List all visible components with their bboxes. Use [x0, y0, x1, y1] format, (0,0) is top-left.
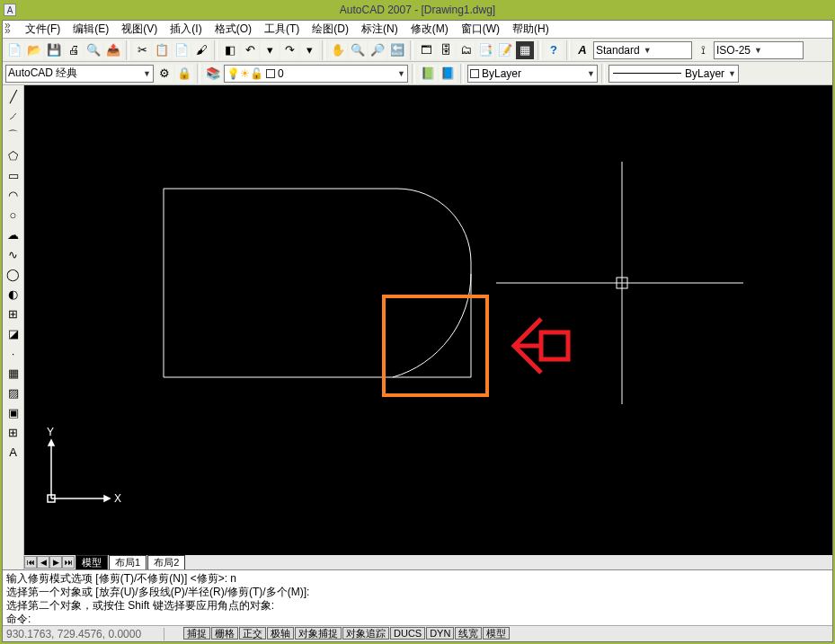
calc-icon[interactable]: ▦	[516, 41, 534, 59]
textstyle-icon[interactable]: A	[573, 41, 591, 59]
status-toggle-8[interactable]: 线宽	[455, 627, 482, 640]
insert-icon[interactable]: ⊞	[4, 304, 22, 322]
status-toggle-5[interactable]: 对象追踪	[342, 627, 389, 640]
dc-icon[interactable]: 🗄	[437, 41, 455, 59]
linetype-dropdown[interactable]: ByLayer ▼	[467, 65, 598, 83]
status-toggle-1[interactable]: 栅格	[211, 627, 238, 640]
watermark: ✎ 电子产品结构设计工程师之路	[635, 585, 817, 617]
status-toggle-9[interactable]: 模型	[483, 627, 510, 640]
menu-dimension[interactable]: 标注(N)	[359, 21, 401, 38]
menu-format[interactable]: 格式(O)	[212, 21, 254, 38]
sheetset-icon[interactable]: 📑	[476, 41, 494, 59]
tab-layout2[interactable]: 布局2	[147, 555, 185, 570]
text-icon[interactable]: A	[4, 443, 22, 461]
line-icon[interactable]: ╱	[4, 87, 22, 105]
drawing-canvas[interactable]: X Y	[24, 85, 832, 555]
textstyle-dropdown[interactable]: Standard▼	[593, 41, 692, 59]
gradient-icon[interactable]: ▨	[4, 384, 22, 401]
tab-prev-icon[interactable]: ◀	[37, 556, 49, 569]
workspace-lock-icon[interactable]: 🔒	[175, 65, 193, 83]
menu-window[interactable]: 窗口(W)	[458, 21, 502, 38]
menu-edit[interactable]: 编辑(E)	[70, 21, 111, 38]
table-icon[interactable]: ⊞	[4, 423, 22, 441]
copy-icon[interactable]: 📋	[153, 41, 171, 59]
layer-bulb-icon: 💡	[227, 67, 240, 80]
sysmenu-icon[interactable]: A	[4, 4, 16, 16]
help-icon[interactable]: ?	[545, 41, 563, 59]
markup-icon[interactable]: 📝	[496, 41, 514, 59]
polygon-icon[interactable]: ⬠	[4, 146, 22, 164]
hatch-icon[interactable]: ▦	[4, 364, 22, 382]
status-toggle-2[interactable]: 正交	[239, 627, 266, 640]
polyline-icon[interactable]: ⌒	[4, 127, 22, 145]
new-icon[interactable]: 📄	[5, 41, 23, 59]
menu-view[interactable]: 视图(V)	[119, 21, 160, 38]
tab-first-icon[interactable]: ⏮	[24, 556, 37, 569]
redo-icon[interactable]: ↷	[280, 41, 298, 59]
menu-file[interactable]: 文件(F)	[22, 21, 63, 38]
lineweight-dropdown[interactable]: ByLayer ▼	[608, 65, 739, 83]
menu-tools[interactable]: 工具(T)	[262, 21, 302, 38]
layer-state-icon[interactable]: 📘	[439, 65, 457, 83]
tool-pal-icon[interactable]: 🗂	[457, 41, 475, 59]
workspace-dropdown[interactable]: AutoCAD 经典▼	[5, 65, 154, 83]
menu-insert[interactable]: 插入(I)	[167, 21, 204, 38]
redo-drop-icon[interactable]: ▾	[300, 41, 318, 59]
circle-icon[interactable]: ○	[4, 206, 22, 224]
xline-icon[interactable]: ⟋	[4, 107, 22, 125]
workspace-settings-icon[interactable]: ⚙	[155, 65, 173, 83]
status-toggle-7[interactable]: DYN	[426, 627, 454, 640]
zoom-prev-icon[interactable]: 🔙	[388, 41, 406, 59]
menu-modify[interactable]: 修改(M)	[408, 21, 451, 38]
dimstyle-icon[interactable]: ⟟	[694, 41, 712, 59]
layer-dropdown[interactable]: 💡 ☀ 🔓 0 ▼	[224, 65, 408, 83]
workspace-value: AutoCAD 经典	[8, 66, 77, 81]
menu-draw[interactable]: 绘图(D)	[309, 21, 351, 38]
ellipse-arc-icon[interactable]: ◐	[4, 285, 22, 303]
dimstyle-dropdown[interactable]: ISO-25▼	[714, 41, 804, 59]
statusbar: 930.1763, 729.4576, 0.0000 捕捉栅格正交极轴对象捕捉对…	[3, 625, 832, 641]
save-icon[interactable]: 💾	[45, 41, 63, 59]
revcloud-icon[interactable]: ☁	[4, 225, 22, 243]
arc-icon[interactable]: ◠	[4, 186, 22, 204]
zoom-rt-icon[interactable]: 🔍	[349, 41, 367, 59]
tab-layout1[interactable]: 布局1	[109, 555, 147, 570]
undo-icon[interactable]: ↶	[241, 41, 259, 59]
tab-model[interactable]: 模型	[76, 555, 108, 570]
pan-icon[interactable]: ✋	[329, 41, 347, 59]
status-toggle-4[interactable]: 对象捕捉	[295, 627, 342, 640]
status-toggle-6[interactable]: DUCS	[390, 627, 425, 640]
open-icon[interactable]: 📂	[25, 41, 43, 59]
layer-name: 0	[278, 67, 284, 80]
menu-help[interactable]: 帮助(H)	[510, 21, 552, 38]
match-icon[interactable]: 🖌	[192, 41, 210, 59]
rectangle-icon[interactable]: ▭	[4, 166, 22, 184]
region-icon[interactable]: ▣	[4, 403, 22, 421]
layer-prev-icon[interactable]: 📗	[419, 65, 437, 83]
point-icon[interactable]: ·	[4, 344, 22, 362]
zoom-win-icon[interactable]: 🔎	[369, 41, 386, 59]
titlebar: A AutoCAD 2007 - [Drawing1.dwg]	[0, 0, 835, 20]
layer-manager-icon[interactable]: 📚	[204, 65, 222, 83]
undo-drop-icon[interactable]: ▾	[261, 41, 279, 59]
plot-icon[interactable]: 🖨	[65, 41, 83, 59]
cut-icon[interactable]: ✂	[133, 41, 151, 59]
status-toggle-3[interactable]: 极轴	[267, 627, 294, 640]
ellipse-icon[interactable]: ◯	[4, 265, 22, 283]
svg-text:X: X	[114, 492, 121, 505]
draw-toolbar: ╱⟋⌒⬠▭◠○☁∿◯◐⊞◪·▦▨▣⊞A	[3, 85, 24, 569]
lineweight-preview	[613, 73, 681, 74]
tab-last-icon[interactable]: ⏭	[62, 556, 75, 569]
block-icon[interactable]: ◪	[4, 324, 22, 342]
props-icon[interactable]: 🗔	[417, 41, 435, 59]
paste-icon[interactable]: 📄	[173, 41, 191, 59]
tab-next-icon[interactable]: ▶	[49, 556, 62, 569]
publish-icon[interactable]: 📤	[104, 41, 122, 59]
watermark-text: 电子产品结构设计工程师之路	[677, 594, 817, 609]
menubar-handle[interactable]: »»	[4, 22, 11, 33]
spline-icon[interactable]: ∿	[4, 245, 22, 263]
status-toggle-0[interactable]: 捕捉	[183, 627, 210, 640]
preview-icon[interactable]: 🔍	[84, 41, 102, 59]
menubar: »» 文件(F) 编辑(E) 视图(V) 插入(I) 格式(O) 工具(T) 绘…	[3, 21, 832, 39]
block-edit-icon[interactable]: ◧	[221, 41, 239, 59]
